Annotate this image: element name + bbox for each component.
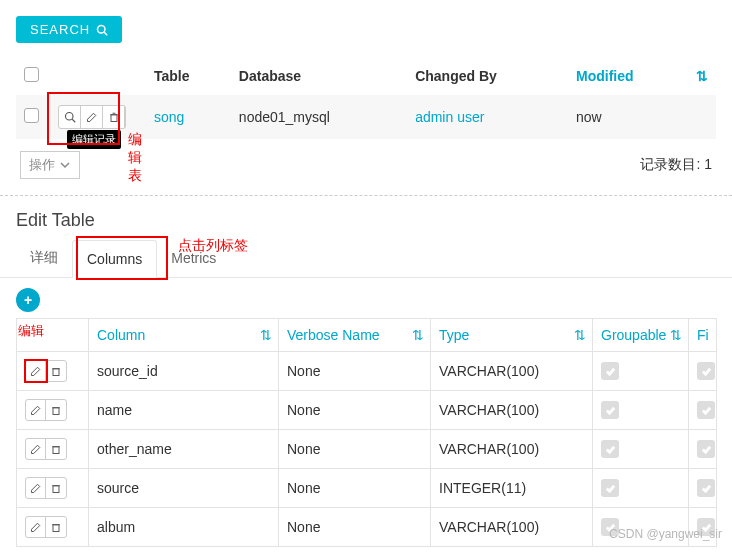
edit-icon[interactable] xyxy=(26,400,46,420)
row-action-group xyxy=(25,360,67,382)
delete-icon[interactable] xyxy=(46,478,66,498)
row-checkbox[interactable] xyxy=(24,108,39,123)
column-name: other_name xyxy=(89,430,279,469)
tab-detail[interactable]: 详细 xyxy=(16,239,72,277)
tables-list: Table Database Changed By Modified ⇅ 编辑记… xyxy=(16,57,716,139)
groupable-checkbox[interactable] xyxy=(601,362,619,380)
edit-icon[interactable] xyxy=(26,517,46,537)
verbose-name: None xyxy=(279,508,431,547)
verbose-name: None xyxy=(279,430,431,469)
record-count: 记录数目: 1 xyxy=(640,156,712,174)
search-icon xyxy=(96,24,108,36)
sort-icon[interactable]: ⇅ xyxy=(696,68,708,84)
add-column-button[interactable]: + xyxy=(16,288,40,312)
header-table: Table xyxy=(146,57,231,95)
delete-icon[interactable] xyxy=(103,106,125,128)
delete-icon[interactable] xyxy=(46,361,66,381)
search-button-label: SEARCH xyxy=(30,22,90,37)
search-button[interactable]: SEARCH xyxy=(16,16,122,43)
column-type: VARCHAR(100) xyxy=(431,391,593,430)
operations-dropdown[interactable]: 操作 xyxy=(20,151,80,179)
table-row: source_idNoneVARCHAR(100) xyxy=(17,352,717,391)
annotation-edit-table: 编辑表 xyxy=(128,131,146,185)
column-type: VARCHAR(100) xyxy=(431,430,593,469)
edit-icon[interactable] xyxy=(26,361,46,381)
edit-tooltip: 编辑记录 xyxy=(67,130,121,149)
modified-cell: now xyxy=(568,95,688,139)
svg-point-0 xyxy=(98,25,106,33)
database-cell: node01_mysql xyxy=(231,95,407,139)
groupable-checkbox[interactable] xyxy=(601,401,619,419)
svg-rect-13 xyxy=(53,486,59,493)
row-action-group xyxy=(25,516,67,538)
table-row: sourceNoneINTEGER(11) xyxy=(17,469,717,508)
chevron-down-icon xyxy=(59,159,71,171)
svg-rect-11 xyxy=(53,447,59,454)
column-name: source xyxy=(89,469,279,508)
column-type: VARCHAR(100) xyxy=(431,508,593,547)
svg-point-2 xyxy=(65,113,73,121)
columns-table: Column⇅ Verbose Name⇅ Type⇅ Groupable⇅ F… xyxy=(16,318,717,547)
col-header-fi[interactable]: Fi xyxy=(689,319,717,352)
column-name: source_id xyxy=(89,352,279,391)
table-row: 编辑记录 编辑表 song node01_mysql admin user no… xyxy=(16,95,716,139)
edit-icon[interactable] xyxy=(26,478,46,498)
header-changed-by: Changed By xyxy=(407,57,568,95)
delete-icon[interactable] xyxy=(46,439,66,459)
tab-columns[interactable]: Columns xyxy=(72,240,157,278)
column-name: name xyxy=(89,391,279,430)
fi-checkbox[interactable] xyxy=(697,362,715,380)
row-action-group: 编辑记录 xyxy=(58,105,126,129)
operations-label: 操作 xyxy=(29,156,55,174)
verbose-name: None xyxy=(279,391,431,430)
watermark: CSDN @yangwei_sir xyxy=(609,527,722,541)
fi-checkbox[interactable] xyxy=(697,440,715,458)
edit-icon[interactable] xyxy=(26,439,46,459)
header-database: Database xyxy=(231,57,407,95)
col-header-groupable[interactable]: Groupable⇅ xyxy=(593,319,689,352)
fi-checkbox[interactable] xyxy=(697,401,715,419)
tabs: 详细 Columns Metrics 点击列标签 xyxy=(0,239,732,278)
row-action-group xyxy=(25,438,67,460)
row-action-group xyxy=(25,477,67,499)
table-row: nameNoneVARCHAR(100) xyxy=(17,391,717,430)
edit-icon[interactable] xyxy=(81,106,103,128)
select-all-checkbox[interactable] xyxy=(24,67,39,82)
table-row: other_nameNoneVARCHAR(100) xyxy=(17,430,717,469)
edit-table-title: Edit Table xyxy=(0,210,732,239)
groupable-checkbox[interactable] xyxy=(601,440,619,458)
delete-icon[interactable] xyxy=(46,517,66,537)
svg-rect-7 xyxy=(53,369,59,376)
svg-line-1 xyxy=(104,32,107,35)
fi-checkbox[interactable] xyxy=(697,479,715,497)
col-header-column[interactable]: Column⇅ xyxy=(89,319,279,352)
header-modified[interactable]: Modified xyxy=(576,68,634,84)
svg-rect-9 xyxy=(53,408,59,415)
divider xyxy=(0,195,732,196)
delete-icon[interactable] xyxy=(46,400,66,420)
column-type: INTEGER(11) xyxy=(431,469,593,508)
verbose-name: None xyxy=(279,352,431,391)
svg-rect-15 xyxy=(53,525,59,532)
groupable-checkbox[interactable] xyxy=(601,479,619,497)
column-type: VARCHAR(100) xyxy=(431,352,593,391)
svg-rect-4 xyxy=(111,115,117,122)
view-icon[interactable] xyxy=(59,106,81,128)
col-header-type[interactable]: Type⇅ xyxy=(431,319,593,352)
col-header-verbose[interactable]: Verbose Name⇅ xyxy=(279,319,431,352)
column-name: album xyxy=(89,508,279,547)
svg-line-3 xyxy=(72,119,75,122)
row-action-group xyxy=(25,399,67,421)
table-name-link[interactable]: song xyxy=(154,109,184,125)
verbose-name: None xyxy=(279,469,431,508)
changed-by-link[interactable]: admin user xyxy=(415,109,484,125)
annotation-click-col: 点击列标签 xyxy=(178,237,248,255)
